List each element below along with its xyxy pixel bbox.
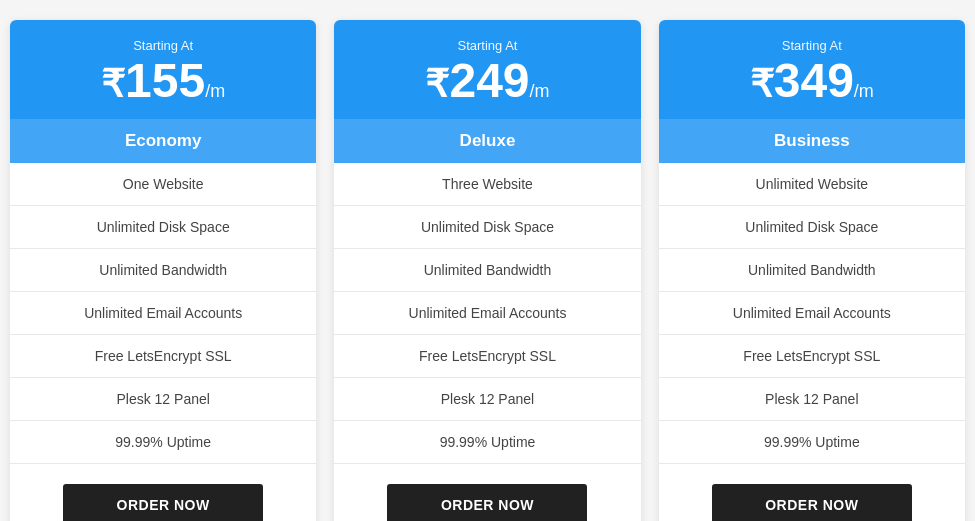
feature-item-economy-5: Plesk 12 Panel bbox=[10, 378, 316, 421]
starting-at-label-economy: Starting At bbox=[20, 38, 306, 53]
feature-item-deluxe-1: Unlimited Disk Space bbox=[334, 206, 640, 249]
currency-symbol: ₹ bbox=[101, 63, 125, 105]
feature-item-business-6: 99.99% Uptime bbox=[659, 421, 965, 464]
price-economy: ₹155/m bbox=[20, 57, 306, 105]
card-footer-deluxe: ORDER NOW bbox=[334, 464, 640, 521]
price-deluxe: ₹249/m bbox=[344, 57, 630, 105]
card-header-deluxe: Starting At₹249/m bbox=[334, 20, 640, 119]
feature-item-economy-3: Unlimited Email Accounts bbox=[10, 292, 316, 335]
feature-item-economy-4: Free LetsEncrypt SSL bbox=[10, 335, 316, 378]
feature-item-business-3: Unlimited Email Accounts bbox=[659, 292, 965, 335]
card-title-economy: Economy bbox=[10, 119, 316, 163]
feature-item-deluxe-5: Plesk 12 Panel bbox=[334, 378, 640, 421]
order-button-economy[interactable]: ORDER NOW bbox=[63, 484, 263, 521]
feature-item-economy-0: One Website bbox=[10, 163, 316, 206]
pricing-card-deluxe: Starting At₹249/mDeluxeThree WebsiteUnli… bbox=[334, 20, 640, 521]
card-footer-business: ORDER NOW bbox=[659, 464, 965, 521]
feature-item-deluxe-0: Three Website bbox=[334, 163, 640, 206]
features-list-deluxe: Three WebsiteUnlimited Disk SpaceUnlimit… bbox=[334, 163, 640, 464]
feature-item-business-2: Unlimited Bandwidth bbox=[659, 249, 965, 292]
feature-item-economy-2: Unlimited Bandwidth bbox=[10, 249, 316, 292]
starting-at-label-business: Starting At bbox=[669, 38, 955, 53]
pricing-card-business: Starting At₹349/mBusinessUnlimited Websi… bbox=[659, 20, 965, 521]
feature-item-economy-1: Unlimited Disk Space bbox=[10, 206, 316, 249]
feature-item-deluxe-4: Free LetsEncrypt SSL bbox=[334, 335, 640, 378]
per-month: /m bbox=[854, 81, 874, 101]
pricing-card-economy: Starting At₹155/mEconomyOne WebsiteUnlim… bbox=[10, 20, 316, 521]
order-button-deluxe[interactable]: ORDER NOW bbox=[387, 484, 587, 521]
feature-item-business-5: Plesk 12 Panel bbox=[659, 378, 965, 421]
card-title-business: Business bbox=[659, 119, 965, 163]
card-header-economy: Starting At₹155/m bbox=[10, 20, 316, 119]
feature-item-economy-6: 99.99% Uptime bbox=[10, 421, 316, 464]
feature-item-deluxe-6: 99.99% Uptime bbox=[334, 421, 640, 464]
currency-symbol: ₹ bbox=[425, 63, 449, 105]
per-month: /m bbox=[530, 81, 550, 101]
feature-item-business-1: Unlimited Disk Space bbox=[659, 206, 965, 249]
feature-item-business-4: Free LetsEncrypt SSL bbox=[659, 335, 965, 378]
starting-at-label-deluxe: Starting At bbox=[344, 38, 630, 53]
feature-item-deluxe-2: Unlimited Bandwidth bbox=[334, 249, 640, 292]
feature-item-business-0: Unlimited Website bbox=[659, 163, 965, 206]
price-business: ₹349/m bbox=[669, 57, 955, 105]
card-title-deluxe: Deluxe bbox=[334, 119, 640, 163]
pricing-container: Starting At₹155/mEconomyOne WebsiteUnlim… bbox=[10, 20, 965, 521]
features-list-economy: One WebsiteUnlimited Disk SpaceUnlimited… bbox=[10, 163, 316, 464]
card-header-business: Starting At₹349/m bbox=[659, 20, 965, 119]
per-month: /m bbox=[205, 81, 225, 101]
card-footer-economy: ORDER NOW bbox=[10, 464, 316, 521]
currency-symbol: ₹ bbox=[750, 63, 774, 105]
order-button-business[interactable]: ORDER NOW bbox=[712, 484, 912, 521]
feature-item-deluxe-3: Unlimited Email Accounts bbox=[334, 292, 640, 335]
features-list-business: Unlimited WebsiteUnlimited Disk SpaceUnl… bbox=[659, 163, 965, 464]
